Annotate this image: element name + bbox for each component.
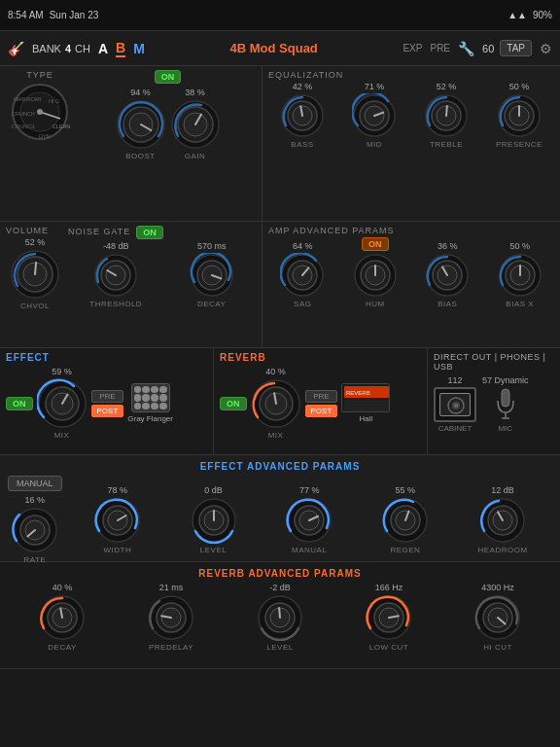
amp-section: TYPE WARIKOMI CRUNCH COUNCIL DYN CLEAN H… bbox=[0, 66, 262, 221]
mid-label: MID bbox=[367, 140, 382, 149]
svg-text:DYN: DYN bbox=[39, 133, 51, 139]
svg-text:CLEAN: CLEAN bbox=[52, 124, 70, 129]
reverb-decay-knob[interactable] bbox=[39, 594, 86, 641]
pedal-display bbox=[131, 383, 170, 412]
sag-knob[interactable] bbox=[280, 253, 325, 298]
bias-knob-wrap: 36 % BIAS bbox=[425, 241, 470, 308]
reverb-inner: ON 40 % MIX PRE POST bbox=[220, 367, 421, 440]
bass-label: BASS bbox=[291, 140, 313, 149]
amp-on-toggle[interactable]: ON bbox=[155, 70, 182, 84]
reverb-title: REVERB bbox=[220, 352, 421, 363]
bass-knob[interactable] bbox=[280, 93, 325, 138]
bias-knob[interactable] bbox=[425, 253, 470, 298]
svg-point-61 bbox=[454, 404, 458, 408]
manual-button[interactable]: MANUAL bbox=[8, 476, 62, 491]
decay-ng-val: 570 ms bbox=[197, 241, 227, 251]
gain-knob[interactable] bbox=[170, 99, 221, 150]
tab-a[interactable]: A bbox=[98, 41, 108, 56]
noise-gate-toggle[interactable]: ON bbox=[136, 226, 163, 239]
biasx-val: 50 % bbox=[509, 241, 530, 251]
pedal-name: Gray Flanger bbox=[127, 414, 173, 423]
mic-icon bbox=[492, 387, 519, 422]
level-adv-knob[interactable] bbox=[191, 497, 237, 544]
time: 8:54 AM bbox=[8, 10, 44, 20]
reverb-mix-knob[interactable] bbox=[251, 378, 301, 429]
threshold-knob-wrap: -48 dB THRESHOLD bbox=[89, 241, 142, 308]
battery-indicator: 90% bbox=[533, 10, 552, 20]
wifi-icon: ▲▲ bbox=[508, 10, 527, 20]
rate-label: RATE bbox=[23, 555, 46, 564]
mid-val: 71 % bbox=[365, 82, 385, 91]
adv-knobs-row: 78 % WIDTH 0 dB bbox=[70, 485, 552, 554]
reverb-on-toggle[interactable]: ON bbox=[220, 397, 247, 410]
amp-type-selector[interactable]: TYPE WARIKOMI CRUNCH COUNCIL DYN CLEAN H… bbox=[6, 70, 74, 142]
svg-rect-58 bbox=[344, 400, 389, 411]
regen-knob[interactable] bbox=[382, 497, 429, 544]
chvol-knob[interactable] bbox=[10, 249, 60, 300]
eq-label: EQUALIZATION bbox=[268, 70, 554, 80]
noise-gate-label: NOISE GATE bbox=[68, 227, 130, 236]
predelay-knob[interactable] bbox=[148, 594, 194, 641]
control-bar: 🎸 BANK 4 CH A B M 4B Mod Squad EXP PRE 🔧… bbox=[0, 31, 560, 66]
boost-knob[interactable] bbox=[116, 99, 166, 150]
hum-knob[interactable] bbox=[353, 253, 398, 298]
effect-pre-post: PRE POST bbox=[91, 390, 124, 417]
svg-text:HI G: HI G bbox=[49, 98, 59, 104]
reverb-post-btn[interactable]: POST bbox=[305, 405, 338, 417]
chvol-knob-wrap: 52 % CHVOL bbox=[6, 237, 64, 310]
reverb-pre-btn[interactable]: PRE bbox=[305, 390, 338, 403]
reverb-display: REVERB bbox=[341, 383, 390, 412]
svg-text:CRUNCH: CRUNCH bbox=[12, 111, 35, 117]
tab-m[interactable]: M bbox=[133, 41, 145, 56]
eq-knobs: 42 % BASS 71 % bbox=[268, 82, 554, 149]
reverb-mix-label: MIX bbox=[268, 431, 284, 440]
decay-ng-label: DECAY bbox=[197, 300, 226, 308]
threshold-knob[interactable] bbox=[93, 253, 138, 298]
rate-knob[interactable] bbox=[12, 507, 58, 553]
presence-knob-wrap: 50 % PRESENCE bbox=[496, 82, 542, 149]
direct-title: DIRECT OUT | PHONES | USB bbox=[434, 352, 554, 372]
svg-text:WARIKOMI: WARIKOMI bbox=[14, 96, 42, 102]
settings-icon[interactable]: ⚙ bbox=[540, 41, 552, 56]
treble-knob[interactable] bbox=[424, 93, 469, 138]
guitar-icon[interactable]: 🎸 bbox=[8, 41, 24, 56]
hum-on-toggle[interactable]: ON bbox=[362, 237, 389, 251]
effect-pre-btn[interactable]: PRE bbox=[91, 390, 124, 403]
manual-knob[interactable] bbox=[286, 497, 332, 544]
regen-val: 55 % bbox=[396, 485, 416, 495]
effect-mix-knob[interactable] bbox=[37, 378, 88, 429]
tuner-icon[interactable]: 🔧 bbox=[458, 41, 474, 56]
level-adv-label: LEVEL bbox=[200, 546, 227, 554]
lowcut-label: LOW CUT bbox=[369, 643, 408, 652]
effect-on-toggle[interactable]: ON bbox=[6, 397, 33, 410]
volume-label: VOLUME bbox=[6, 226, 64, 235]
hicut-knob[interactable] bbox=[474, 594, 521, 641]
eq-section: EQUALIZATION 42 % BASS 71 % bbox=[262, 66, 560, 221]
level-adv-val: 0 dB bbox=[204, 485, 223, 495]
cabinet-display[interactable] bbox=[434, 387, 476, 422]
predelay-label: PREDELAY bbox=[149, 643, 193, 652]
boost-label: BOOST bbox=[125, 152, 156, 160]
width-val: 78 % bbox=[108, 485, 128, 495]
headroom-label: HEADROOM bbox=[478, 546, 528, 554]
rate-val: 16 % bbox=[24, 495, 45, 505]
threshold-val: -48 dB bbox=[103, 241, 129, 251]
treble-knob-wrap: 52 % TREBLE bbox=[424, 82, 469, 149]
width-knob[interactable] bbox=[94, 497, 141, 544]
lowcut-knob[interactable] bbox=[366, 594, 412, 641]
effect-post-btn[interactable]: POST bbox=[91, 405, 124, 417]
direct-block: DIRECT OUT | PHONES | USB 112 CABINET 5 bbox=[428, 348, 560, 454]
chvol-val: 52 % bbox=[25, 237, 46, 247]
mid-knob[interactable] bbox=[352, 93, 397, 138]
tap-button[interactable]: TAP bbox=[500, 40, 532, 56]
presence-knob[interactable] bbox=[497, 93, 542, 138]
reverb-level-knob[interactable] bbox=[257, 594, 303, 641]
decay-ng-knob[interactable] bbox=[190, 253, 234, 298]
regen-knob-wrap: 55 % REGEN bbox=[382, 485, 429, 554]
tab-b[interactable]: B bbox=[116, 40, 125, 57]
headroom-knob[interactable] bbox=[479, 497, 526, 544]
volume-block: VOLUME 52 % CHVOL bbox=[6, 226, 64, 343]
biasx-knob[interactable] bbox=[498, 253, 542, 298]
presence-label: PRESENCE bbox=[496, 140, 542, 149]
reverb-adv-section: REVERB ADVANCED PARAMS 40 % DECAY 21 ms bbox=[0, 562, 560, 669]
